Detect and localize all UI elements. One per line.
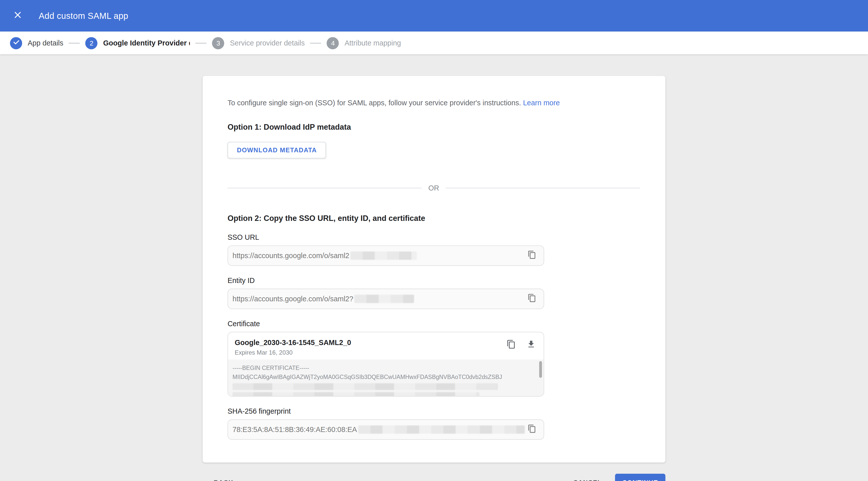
learn-more-link[interactable]: Learn more <box>523 98 560 107</box>
certificate-data-line: MIIDdjCCAl6gAwIBAgIGAZWjT2yoMA0GCSqGSIb3… <box>232 372 534 381</box>
sha256-label: SHA-256 fingerprint <box>227 407 640 415</box>
copy-icon <box>528 250 536 261</box>
cancel-button[interactable]: CANCEL <box>573 475 602 481</box>
step-1-circle <box>10 37 22 49</box>
step-google-idp-details[interactable]: 2 Google Identity Provider details <box>85 37 190 49</box>
entity-id-field: https://accounts.google.com/o/saml2? <box>227 289 544 309</box>
copy-sso-url-button[interactable] <box>525 248 539 263</box>
certificate-actions <box>504 338 538 352</box>
step-3-circle: 3 <box>212 37 224 49</box>
redacted-region <box>354 295 414 303</box>
certificate-scrollbar[interactable] <box>539 361 542 378</box>
certificate-label: Certificate <box>227 320 640 328</box>
certificate-expiry: Expires Mar 16, 2030 <box>235 349 351 356</box>
or-divider: OR <box>227 184 640 192</box>
continue-button[interactable]: CONTINUE <box>615 474 665 481</box>
sso-url-field: https://accounts.google.com/o/saml2 <box>227 245 544 266</box>
step-4-label: Attribute mapping <box>345 39 401 47</box>
step-separator <box>310 42 321 43</box>
intro-text: To configure single sign-on (SSO) for SA… <box>227 98 640 107</box>
back-button[interactable]: BACK <box>214 475 234 481</box>
redacted-region <box>232 392 479 396</box>
certificate-begin-line: -----BEGIN CERTIFICATE----- <box>232 364 534 372</box>
option1-heading: Option 1: Download IdP metadata <box>227 122 640 131</box>
redacted-region <box>358 425 525 434</box>
certificate-card: Google_2030-3-16-1545_SAML2_0 Expires Ma… <box>227 332 544 396</box>
certificate-header: Google_2030-3-16-1545_SAML2_0 Expires Ma… <box>228 332 544 359</box>
download-certificate-button[interactable] <box>524 338 538 352</box>
copy-icon <box>528 293 536 304</box>
entity-id-value: https://accounts.google.com/o/saml2? <box>232 295 353 303</box>
step-separator <box>69 42 80 43</box>
or-label: OR <box>422 184 446 192</box>
step-separator <box>196 42 207 43</box>
certificate-titles: Google_2030-3-16-1545_SAML2_0 Expires Ma… <box>235 337 351 356</box>
step-attribute-mapping[interactable]: 4 Attribute mapping <box>327 37 401 49</box>
entity-id-label: Entity ID <box>227 276 640 285</box>
app-bar: Add custom SAML app <box>0 0 868 32</box>
sso-url-value: https://accounts.google.com/o/saml2 <box>232 251 349 260</box>
step-service-provider-details[interactable]: 3 Service provider details <box>212 37 305 49</box>
intro-sentence: To configure single sign-on (SSO) for SA… <box>227 98 521 107</box>
certificate-body: -----BEGIN CERTIFICATE----- MIIDdjCCAl6g… <box>228 359 544 396</box>
dialog-title: Add custom SAML app <box>39 11 128 21</box>
redacted-region <box>232 383 498 390</box>
sso-url-label: SSO URL <box>227 233 640 241</box>
idp-details-card: To configure single sign-on (SSO) for SA… <box>203 76 665 462</box>
step-app-details[interactable]: App details <box>10 37 63 49</box>
copy-icon <box>528 424 536 435</box>
add-custom-saml-app-dialog: Add custom SAML app App details 2 Google… <box>0 0 868 481</box>
sha256-value: 78:E3:5A:8A:51:8B:36:49:AE:60:08:EA <box>232 425 357 434</box>
checkmark-icon <box>12 38 20 47</box>
sha256-field: 78:E3:5A:8A:51:8B:36:49:AE:60:08:EA <box>227 419 544 440</box>
close-icon <box>13 10 22 21</box>
step-3-label: Service provider details <box>230 39 305 47</box>
copy-entity-id-button[interactable] <box>525 292 539 306</box>
step-4-circle: 4 <box>327 37 339 49</box>
copy-sha256-button[interactable] <box>525 422 539 437</box>
redacted-region <box>350 251 417 260</box>
dialog-footer: BACK CANCEL CONTINUE <box>203 474 665 481</box>
copy-icon <box>506 339 516 351</box>
divider-line <box>227 188 422 188</box>
close-button[interactable] <box>10 8 26 24</box>
stepper: App details 2 Google Identity Provider d… <box>0 32 868 54</box>
step-1-label: App details <box>28 39 63 47</box>
certificate-name: Google_2030-3-16-1545_SAML2_0 <box>235 338 351 347</box>
step-2-label: Google Identity Provider details <box>103 39 190 47</box>
step-2-circle: 2 <box>85 37 97 49</box>
divider-line <box>446 188 640 188</box>
copy-certificate-button[interactable] <box>504 338 518 352</box>
option2-heading: Option 2: Copy the SSO URL, entity ID, a… <box>227 214 640 223</box>
download-icon <box>526 339 535 351</box>
download-metadata-button[interactable]: DOWNLOAD METADATA <box>227 142 326 158</box>
